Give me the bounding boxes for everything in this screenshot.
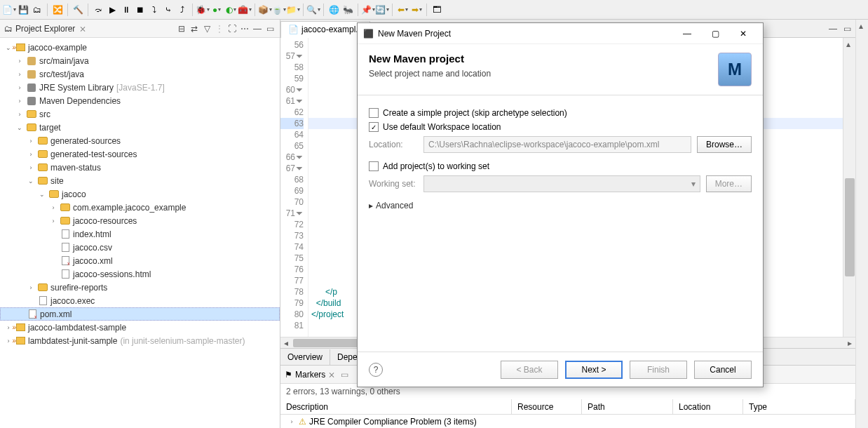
tree-node[interactable]: ›generated-sources [0,134,280,147]
dialog-maximize-icon[interactable]: ▢ [701,24,729,44]
focus-icon[interactable]: ⛶ [226,23,238,34]
stepover-icon[interactable]: ⤷ [162,4,175,16]
debug-icon[interactable]: 🐞▾ [196,4,209,16]
simple-project-label: Create a simple project (skip archetype … [383,108,567,118]
chevron-right-icon[interactable]: › [49,217,57,225]
dialog-close-icon[interactable]: ✕ [729,24,757,44]
run-icon[interactable]: ●▾ [210,4,223,16]
simple-project-checkbox[interactable] [369,108,379,118]
editor-vscrollbar[interactable]: ▴ [843,38,855,337]
pause-icon[interactable]: ⏸ [120,4,133,16]
dialog-minimize-icon[interactable]: — [673,24,701,44]
filter-icon[interactable]: ▽ [201,23,212,34]
chevron-down-icon[interactable]: ⌄ [4,44,13,52]
coverage-icon[interactable]: ◐▾ [224,4,237,16]
tree-node[interactable]: jacoco-sessions.html [0,267,280,281]
tree-node[interactable]: index.html [0,227,280,241]
tree-node[interactable]: pom.xml [0,307,280,321]
tree-node[interactable]: ›lambdatest-junit-sample(in junit-seleni… [0,334,280,347]
chevron-right-icon[interactable]: › [15,57,24,65]
editor-minimize-icon[interactable]: — [827,23,839,34]
working-set-checkbox[interactable] [369,161,379,171]
tree-node[interactable]: ⌄jacoco [0,187,280,201]
chevron-right-icon[interactable]: › [27,137,35,145]
cancel-button[interactable]: Cancel [694,361,752,379]
tree-node[interactable]: ›generated-test-sources [0,147,280,161]
tree-node[interactable]: ⌄jacoco-example [0,41,280,54]
skip-icon[interactable]: ⤼ [92,4,104,16]
saveall-icon[interactable]: 🗂 [31,4,43,16]
new-icon[interactable]: 📄▾ [3,4,15,16]
chevron-down-icon[interactable]: ⌄ [38,190,46,199]
maximize-icon[interactable]: ▭ [264,23,276,34]
tree-node[interactable]: ›jacoco-lambdatest-sample [0,321,280,334]
build-icon[interactable]: 🔨 [72,4,84,16]
chevron-right-icon[interactable]: › [15,83,24,92]
step-icon[interactable]: ⤵ [148,4,161,16]
tree-node[interactable]: ›src/test/java [0,67,280,81]
collapse-all-icon[interactable]: ⊟ [176,23,187,34]
tree-node[interactable]: jacoco.csv [0,241,280,254]
chevron-right-icon[interactable]: › [27,283,35,292]
maven-banner-icon: M [718,53,752,86]
chevron-right-icon[interactable]: › [4,323,13,332]
browse-button[interactable]: Browse… [697,136,752,153]
pin-icon[interactable]: 📌▾ [362,4,374,16]
web-icon[interactable]: 🌐 [327,4,340,16]
resume-icon[interactable]: ▶ [106,4,118,16]
newclass-icon[interactable]: 🍵▾ [273,4,285,16]
marker-row[interactable]: › ⚠ JRE Compiler Compliance Problem (3 i… [280,415,855,428]
tree-node[interactable]: ›Maven Dependencies [0,94,280,107]
chevron-right-icon[interactable]: › [15,97,24,105]
refresh-icon[interactable]: 🔄▾ [376,4,388,16]
view-menu-icon[interactable]: ⋯ [239,23,250,34]
tree-node-label: jacoco.xml [73,256,113,266]
fwd-icon[interactable]: ➡▾ [410,4,423,16]
project-tree[interactable]: ⌄jacoco-example›src/main/java›src/test/j… [0,38,280,428]
next-button[interactable]: Next > [565,361,623,379]
newfolder-icon[interactable]: 📁▾ [287,4,299,16]
stepout-icon[interactable]: ⤴ [176,4,189,16]
tree-node[interactable]: ›src/main/java [0,54,280,67]
tree-node[interactable]: jacoco.exec [0,294,280,307]
chevron-right-icon[interactable]: › [15,110,24,119]
link-editor-icon[interactable]: ⇄ [189,23,200,34]
tree-node[interactable]: ⌄target [0,121,280,134]
stop-icon[interactable]: ⏹ [134,4,147,16]
chevron-right-icon[interactable]: › [4,337,13,345]
chevron-right-icon[interactable]: › [27,163,35,172]
switch-icon[interactable]: 🔀 [51,4,64,16]
other-view-icon[interactable]: ▭ [341,370,348,380]
save-icon[interactable]: 💾 [17,4,29,16]
back-icon[interactable]: ⬅▾ [396,4,409,16]
tree-node[interactable]: ›src [0,107,280,121]
workbench-vscrollbar[interactable]: ▴ [855,20,868,428]
markers-tab[interactable]: ⚑ Markers ⨯ [285,370,335,380]
chevron-right-icon[interactable]: › [49,203,57,212]
tree-node[interactable]: ⌄site [0,174,280,187]
chevron-down-icon[interactable]: ⌄ [27,177,35,185]
xml-icon [27,309,38,320]
xml-icon [60,255,71,267]
editor-maximize-icon[interactable]: ▭ [841,23,853,34]
project-explorer-tab[interactable]: 🗂 Project Explorer ⨯ [4,24,173,34]
chevron-right-icon[interactable]: › [15,70,24,79]
minimize-icon[interactable]: — [252,23,263,34]
tree-node[interactable]: ›com.example.jacoco_example [0,201,280,214]
tree-node[interactable]: ›jacoco-resources [0,214,280,227]
chevron-down-icon[interactable]: ⌄ [15,123,24,132]
search-icon[interactable]: 🔍▾ [307,4,320,16]
tree-node[interactable]: ›surefire-reports [0,281,280,294]
tree-node[interactable]: jacoco.xml [0,254,280,267]
external-icon[interactable]: 🧰▾ [238,4,251,16]
default-workspace-checkbox[interactable]: ✓ [369,122,379,132]
chevron-right-icon[interactable]: › [27,150,35,159]
tree-node[interactable]: ›maven-status [0,161,280,174]
persp-icon[interactable]: 🗔 [430,4,443,16]
tree-node[interactable]: ›JRE System Library[JavaSE-1.7] [0,81,280,94]
newpkg-icon[interactable]: 📦▾ [259,4,271,16]
tab-overview[interactable]: Overview [280,349,330,365]
help-icon[interactable]: ? [369,363,383,377]
ant-icon[interactable]: 🐜 [341,4,354,16]
advanced-expander[interactable]: ▸ Advanced [369,201,752,210]
